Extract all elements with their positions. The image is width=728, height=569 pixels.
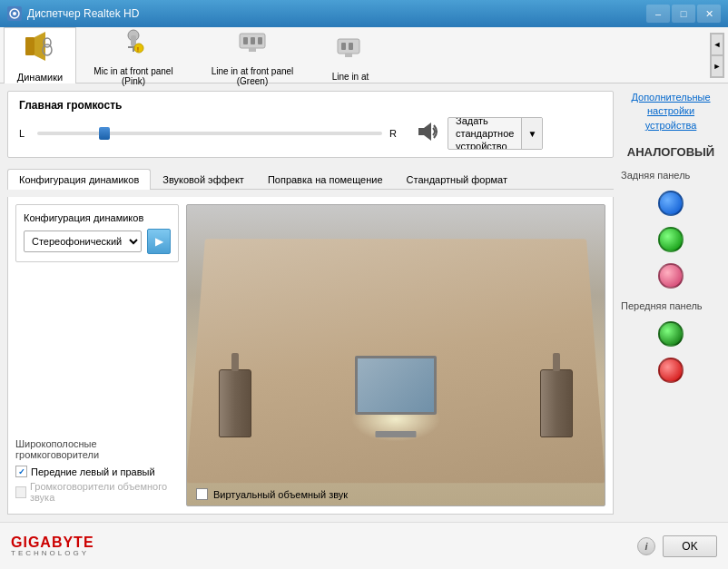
speaker-right-visual	[540, 369, 573, 437]
analog-title: АНАЛОГОВЫЙ	[621, 145, 721, 159]
front-panel-title: Передняя панель	[621, 300, 721, 311]
virtual-surround-row[interactable]: Виртуальный объемный звук	[196, 488, 348, 500]
speaker-left-visual	[219, 369, 251, 437]
svg-point-2	[13, 12, 16, 15]
speaker-config-group: Конфигурация динамиков Стереофонический …	[15, 204, 179, 262]
svg-rect-3	[25, 37, 34, 55]
config-group-label: Конфигурация динамиков	[24, 212, 171, 223]
window-controls: – □ ✕	[646, 5, 721, 23]
volume-icon[interactable]	[415, 119, 440, 149]
svg-rect-22	[345, 54, 352, 57]
rear-connector-blue[interactable]	[658, 191, 684, 216]
virtual-surround-checkbox[interactable]	[196, 488, 208, 500]
left-content: Главная громкость L R	[7, 91, 614, 515]
volume-section: Главная громкость L R	[7, 91, 614, 158]
set-default-arrow-icon[interactable]: ▼	[521, 118, 542, 149]
tab-mic-front[interactable]: ! Mic in at front panel (Pink)	[76, 27, 191, 83]
window-title: Диспетчер Realtek HD	[27, 7, 646, 20]
tab-mic-front-label: Mic in at front panel (Pink)	[88, 66, 179, 86]
speaker-right-panel: Виртуальный объемный звук	[186, 204, 605, 506]
tab-line-in-label: Line in at	[332, 72, 369, 82]
checkbox-front-speakers[interactable]: Передние левый и правый	[15, 466, 179, 477]
front-connector-red[interactable]	[658, 358, 684, 383]
play-test-button[interactable]: ▶	[147, 229, 171, 254]
line-in-tab-icon	[334, 30, 367, 68]
svg-text:!: !	[137, 46, 139, 53]
inner-tab-room-correction[interactable]: Поправка на помещение	[256, 169, 395, 190]
content-area: Главная громкость L R	[0, 83, 728, 522]
svg-rect-16	[251, 37, 255, 44]
tv-screen	[355, 356, 437, 415]
tab-scroll-buttons: ◄ ►	[710, 33, 724, 78]
tab-scroll-right[interactable]: ►	[711, 55, 723, 77]
vol-right-label: R	[389, 128, 400, 139]
svg-point-12	[134, 44, 143, 53]
volume-title: Главная громкость	[19, 99, 602, 112]
inner-tab-speaker-config[interactable]: Конфигурация динамиков	[7, 169, 151, 190]
wideband-title: Широкополосные громкоговорители	[15, 438, 179, 460]
inner-tab-standard-format[interactable]: Стандартный формат	[395, 169, 519, 190]
tab-scroll-left[interactable]: ◄	[711, 34, 723, 55]
config-select-row: Стереофонический Квадрафонический 5.1 7.…	[24, 229, 171, 254]
tab-line-in[interactable]: Line in at	[314, 27, 387, 83]
tab-line-front[interactable]: Line in at front panel (Green)	[191, 27, 314, 83]
maximize-button[interactable]: □	[672, 5, 695, 23]
svg-rect-15	[243, 37, 248, 44]
close-button[interactable]: ✕	[697, 5, 721, 23]
rear-connector-green[interactable]	[658, 227, 684, 252]
bottom-right: i OK	[637, 535, 717, 557]
bottom-bar: GIGABYTE TECHNOLOGY i OK	[0, 522, 728, 569]
svg-rect-18	[249, 48, 256, 52]
rear-panel-title: Задняя панель	[621, 170, 721, 181]
surround-speakers-checkbox[interactable]	[15, 486, 26, 498]
tab-speakers[interactable]: Динамики	[4, 27, 76, 83]
line-front-tab-icon	[236, 25, 269, 63]
speaker-panel: Конфигурация динамиков Стереофонический …	[7, 197, 614, 515]
device-tabs: Динамики ! Mic in at front panel (Pink)	[0, 27, 728, 83]
volume-controls: L R Задать	[19, 117, 602, 150]
checkbox-surround-speakers[interactable]: Громкоговорители объемного звука	[15, 481, 179, 503]
minimize-button[interactable]: –	[646, 5, 670, 23]
front-speakers-label: Передние левый и правый	[31, 466, 155, 477]
main-container: Динамики ! Mic in at front panel (Pink)	[0, 27, 728, 569]
surround-speakers-label: Громкоговорители объемного звука	[30, 481, 179, 503]
right-panel: Дополнительные настройки устройства АНАЛ…	[621, 91, 721, 515]
set-default-text: Задать стандартное устройство	[448, 117, 521, 150]
app-icon	[7, 6, 22, 21]
room-visualization: Виртуальный объемный звук	[186, 204, 605, 506]
virtual-surround-label: Виртуальный объемный звук	[213, 489, 348, 500]
additional-settings-link[interactable]: Дополнительные настройки устройства	[621, 91, 721, 132]
tab-line-front-label: Line in at front panel (Green)	[202, 66, 302, 86]
ok-button[interactable]: OK	[663, 535, 717, 557]
tv-stand	[376, 431, 417, 437]
svg-rect-17	[258, 37, 262, 44]
tab-scroll-area: Line in at	[314, 27, 710, 83]
svg-marker-23	[418, 123, 431, 141]
gigabyte-logo: GIGABYTE TECHNOLOGY	[11, 535, 94, 557]
gigabyte-technology: TECHNOLOGY	[11, 549, 94, 557]
volume-thumb[interactable]	[99, 127, 110, 140]
vol-left-label: L	[19, 128, 30, 139]
speaker-left-panel: Конфигурация динамиков Стереофонический …	[15, 204, 179, 506]
info-button[interactable]: i	[637, 537, 655, 555]
tab-speakers-label: Динамики	[17, 72, 63, 83]
set-default-button[interactable]: Задать стандартное устройство ▼	[448, 117, 543, 150]
title-bar: Диспетчер Realtek HD – □ ✕	[0, 0, 728, 27]
rear-connector-pink[interactable]	[658, 263, 684, 289]
speaker-config-select[interactable]: Стереофонический Квадрафонический 5.1 7.…	[24, 231, 142, 252]
front-speakers-checkbox[interactable]	[15, 466, 27, 477]
svg-rect-21	[349, 43, 353, 50]
inner-tabs: Конфигурация динамиков Звуковой эффект П…	[7, 169, 614, 190]
wideband-section: Широкополосные громкоговорители Передние…	[15, 438, 179, 506]
svg-rect-20	[341, 43, 346, 50]
mic-front-tab-icon: !	[117, 25, 150, 63]
front-connector-green[interactable]	[658, 321, 684, 347]
speaker-tab-icon	[24, 30, 56, 68]
inner-tab-sound-effect[interactable]: Звуковой эффект	[151, 169, 256, 190]
volume-slider[interactable]	[37, 132, 382, 135]
